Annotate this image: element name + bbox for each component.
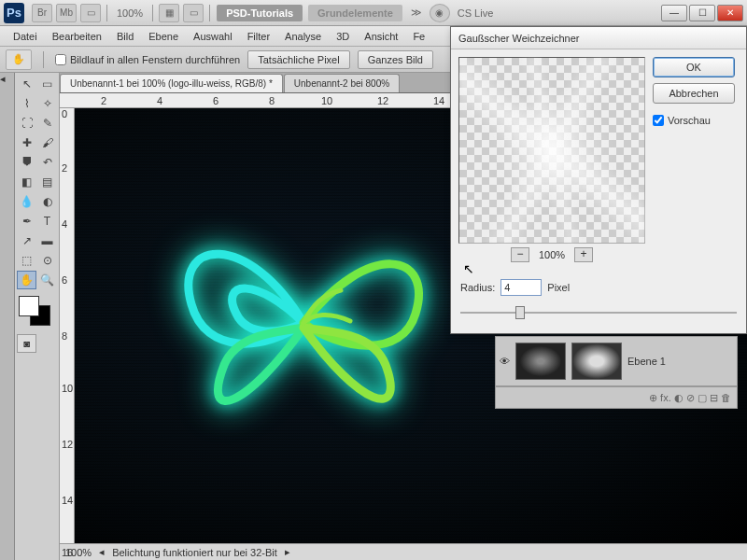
path-tool[interactable]: ↗	[17, 231, 36, 250]
crop-tool[interactable]: ⛶	[17, 114, 36, 133]
dodge-tool[interactable]: ◐	[37, 192, 57, 211]
lasso-tool[interactable]: ⌇	[17, 94, 36, 113]
menu-filter[interactable]: Filter	[240, 31, 277, 42]
zoom-out-button[interactable]: −	[511, 247, 529, 262]
brush-tool[interactable]: 🖌	[37, 133, 57, 152]
workspace-psd-tutorials[interactable]: PSD-Tutorials	[217, 5, 303, 21]
artwork-butterfly	[126, 174, 481, 511]
layers-footer[interactable]: ⊕ fx. ◐ ⊘ ▢ ⊟ 🗑	[495, 386, 738, 409]
eraser-tool[interactable]: ◧	[17, 173, 36, 191]
arrange-icon[interactable]: ▦	[159, 4, 179, 22]
layer-name[interactable]: Ebene 1	[627, 356, 666, 367]
workspace-grundelemente[interactable]: Grundelemente	[308, 5, 402, 21]
hand-tool[interactable]: ✋	[17, 271, 36, 289]
ruler-vertical: 0246810121416	[60, 108, 75, 543]
statusbar: 100% ◂ Belichtung funktioniert nur bei 3…	[60, 543, 747, 560]
menu-ebene[interactable]: Ebene	[141, 31, 186, 42]
workspace-more[interactable]: ≫	[405, 7, 428, 19]
window-minimize[interactable]: —	[661, 5, 687, 21]
status-message: Belichtung funktioniert nur bei 32-Bit	[112, 547, 277, 558]
window-close[interactable]: ✕	[717, 5, 743, 21]
healing-tool[interactable]: ✚	[17, 133, 36, 152]
left-dock[interactable]: ◂	[0, 73, 15, 560]
gradient-tool[interactable]: ▤	[37, 173, 57, 191]
ok-button[interactable]: OK	[653, 57, 735, 77]
screen-icon[interactable]: ▭	[183, 4, 204, 22]
scroll-all-label: Bildlauf in allen Fenstern durchführen	[70, 54, 240, 65]
radius-slider[interactable]	[460, 305, 737, 320]
titlebar: Ps Br Mb ▭ 100% ▦ ▭ PSD-Tutorials Grunde…	[0, 0, 747, 26]
zoom-tool[interactable]: 🔍	[37, 271, 57, 289]
doc-tab-2[interactable]: Unbenannt-2 bei 800%	[284, 74, 400, 92]
preview-zoom: 100%	[539, 249, 565, 260]
zoom-in-button[interactable]: +	[574, 247, 593, 262]
camera-tool[interactable]: ⊙	[37, 251, 57, 270]
cslive-icon[interactable]: ◉	[430, 4, 450, 22]
blur-tool[interactable]: 💧	[17, 192, 36, 211]
eyedropper-tool[interactable]: ✎	[37, 114, 57, 133]
3d-tool[interactable]: ⬚	[17, 251, 36, 270]
blur-preview[interactable]	[458, 57, 645, 244]
pen-tool[interactable]: ✒	[17, 212, 36, 231]
bridge-icon[interactable]: Br	[32, 4, 52, 22]
zoom-level[interactable]: 100%	[111, 7, 148, 19]
menu-bild[interactable]: Bild	[109, 31, 141, 42]
radius-input[interactable]	[500, 279, 542, 296]
app-logo: Ps	[4, 3, 24, 23]
actual-pixels-button[interactable]: Tatsächliche Pixel	[247, 50, 349, 69]
marquee-tool[interactable]: ▭	[37, 75, 57, 93]
foreground-swatch[interactable]	[19, 296, 39, 316]
window-maximize[interactable]: ☐	[689, 5, 715, 21]
shape-tool[interactable]: ▬	[37, 231, 57, 250]
color-swatches[interactable]	[17, 296, 56, 328]
fit-screen-button[interactable]: Ganzes Bild	[358, 50, 433, 69]
menu-fenster[interactable]: Fe	[405, 31, 432, 42]
wand-tool[interactable]: ✧	[37, 94, 57, 113]
menu-datei[interactable]: Datei	[6, 31, 45, 42]
menu-auswahl[interactable]: Auswahl	[186, 31, 240, 42]
stamp-tool[interactable]: ⛊	[17, 153, 36, 172]
menu-ansicht[interactable]: Ansicht	[357, 31, 405, 42]
dialog-title: Gaußscher Weichzeichner	[451, 27, 746, 49]
menu-analyse[interactable]: Analyse	[277, 31, 329, 42]
preview-checkbox-label: Vorschau	[668, 115, 711, 126]
layer-thumb[interactable]	[515, 343, 566, 380]
toolbox: ↖ ▭ ⌇ ✧ ⛶ ✎ ✚ 🖌 ⛊ ↶ ◧ ▤ 💧 ◐ ✒ T ↗ ▬ ⬚ ⊙ …	[15, 73, 60, 560]
screen-mode-icon[interactable]: ▭	[80, 4, 101, 22]
history-brush-tool[interactable]: ↶	[37, 153, 57, 172]
mask-thumb[interactable]	[571, 343, 622, 380]
type-tool[interactable]: T	[37, 212, 57, 231]
move-tool[interactable]: ↖	[17, 75, 36, 93]
layer-row[interactable]: 👁 Ebene 1	[495, 336, 738, 386]
doc-tab-1[interactable]: Unbenannt-1 bei 100% (logo-illu-weiss, R…	[60, 74, 283, 92]
hand-tool-icon[interactable]: ✋	[6, 49, 32, 70]
quickmask-toggle[interactable]: ◙	[17, 334, 36, 353]
visibility-icon[interactable]: 👁	[500, 356, 510, 367]
cancel-button[interactable]: Abbrechen	[653, 83, 735, 104]
radius-label: Radius:	[460, 282, 495, 293]
radius-unit: Pixel	[547, 282, 570, 293]
gaussian-blur-dialog: Gaußscher Weichzeichner − 100% + OK Abbr…	[450, 26, 747, 334]
cslive-label[interactable]: CS Live	[452, 7, 500, 19]
minibridge-icon[interactable]: Mb	[56, 4, 77, 22]
menu-3d[interactable]: 3D	[329, 31, 357, 42]
menu-bearbeiten[interactable]: Bearbeiten	[45, 31, 109, 42]
scroll-all-checkbox[interactable]: Bildlauf in allen Fenstern durchführen	[55, 54, 240, 65]
preview-checkbox[interactable]: Vorschau	[653, 115, 735, 126]
